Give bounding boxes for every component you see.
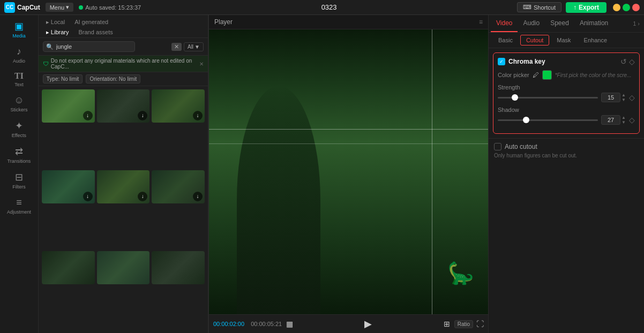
video-dino-overlay: 🦕 (447, 261, 474, 286)
play-button[interactable]: ▶ (363, 317, 373, 331)
tab-video[interactable]: Video (491, 15, 518, 32)
nav-ai-label: AI generated (74, 19, 108, 25)
tab-audio[interactable]: Audio (518, 15, 545, 32)
media-thumb-5[interactable]: ↓ (97, 170, 150, 203)
player-grid-button[interactable]: ▦ (285, 319, 294, 329)
chroma-undo-button[interactable]: ↺ (620, 57, 627, 66)
shadow-slider-row: Shadow ▲ ▼ ◇ (498, 107, 635, 125)
all-filter-button[interactable]: All ▼ (184, 42, 204, 51)
sidebar-item-text[interactable]: TI Text (0, 68, 38, 90)
shadow-stepper: ▲ ▼ (621, 116, 626, 125)
ratio-button[interactable]: Ratio (454, 320, 473, 328)
tab-speed-label: Speed (550, 19, 569, 27)
player-video: 🦕 (209, 29, 488, 314)
strength-value[interactable] (601, 93, 620, 102)
auto-cutout-checkbox[interactable] (494, 143, 501, 150)
media-thumb-3[interactable]: ↓ (152, 89, 205, 123)
shortcut-button[interactable]: ⌨ Shortcut (517, 2, 561, 12)
sidebar-item-audio[interactable]: ♪ Audio (0, 43, 38, 67)
shortcut-label: Shortcut (534, 4, 556, 11)
strength-decrement-button[interactable]: ▼ (621, 98, 626, 102)
chroma-key-checkbox[interactable]: ✓ (498, 58, 505, 65)
export-icon: ↑ (573, 4, 576, 11)
shadow-value[interactable] (601, 115, 620, 125)
tab-speed[interactable]: Speed (545, 15, 574, 32)
shadow-slider[interactable] (498, 119, 598, 121)
media-thumb-2[interactable]: ↓ (97, 89, 150, 123)
strength-slider-wrap: ▲ ▼ ◇ (498, 93, 635, 102)
sidebar-item-adjustment[interactable]: ≡ Adjustment (0, 194, 38, 218)
media-thumb-7[interactable] (42, 251, 95, 284)
chroma-diamond-button[interactable]: ◇ (629, 57, 635, 66)
shortcut-icon: ⌨ (523, 4, 531, 11)
color-swatch[interactable] (542, 70, 552, 80)
nav-ai-generated[interactable]: AI generated (70, 17, 113, 27)
download-icon-4[interactable]: ↓ (83, 192, 93, 201)
video-crop-line-v (432, 29, 432, 314)
color-picker-row: Color picker 🖊 *First pick the color of … (498, 70, 635, 80)
eyedropper-icon[interactable]: 🖊 (533, 71, 539, 79)
download-icon-1[interactable]: ↓ (83, 111, 93, 120)
nav-brand-assets[interactable]: Brand assets (74, 27, 117, 37)
top-bar: CC CapCut Menu ▾ Auto saved: 15:23:37 03… (0, 0, 644, 15)
download-icon-2[interactable]: ↓ (138, 111, 147, 120)
nav-local[interactable]: ▸ Local (42, 17, 69, 27)
audio-icon: ♪ (17, 46, 21, 57)
tab-cutout-label: Cutout (526, 37, 543, 43)
strength-keyframe-button[interactable]: ◇ (629, 93, 635, 102)
sidebar-item-media[interactable]: ▣ Media (0, 17, 38, 42)
nav-brand-assets-label: Brand assets (79, 29, 113, 35)
search-clear-button[interactable]: ✕ (171, 43, 182, 51)
auto-cutout-section: Auto cutout Only human figures can be cu… (489, 138, 644, 163)
tab-cutout[interactable]: Cutout (520, 35, 549, 46)
notice-text: Do not export any original materials whi… (51, 58, 197, 70)
close-button[interactable] (632, 4, 640, 11)
shadow-increment-button[interactable]: ▲ (621, 116, 626, 120)
effects-icon: ✦ (15, 120, 23, 132)
orientation-filter-select[interactable]: Orientation: No limit (86, 74, 140, 84)
shadow-decrement-button[interactable]: ▼ (621, 120, 626, 125)
download-icon-3[interactable]: ↓ (193, 111, 203, 120)
export-button[interactable]: ↑ Export (566, 2, 606, 13)
media-thumb-8[interactable] (97, 251, 150, 284)
sidebar-item-stickers[interactable]: ☺ Stickers (0, 92, 38, 116)
sidebar-item-filters[interactable]: ⊟ Filters (0, 168, 38, 193)
type-filter-select[interactable]: Type: No limit (43, 74, 83, 84)
media-thumb-6[interactable]: ↓ (152, 170, 205, 203)
fit-button[interactable]: ⊞ (443, 319, 451, 329)
player-header: Player ≡ (209, 15, 488, 29)
search-input[interactable] (43, 41, 135, 52)
auto-cutout-header: Auto cutout (494, 143, 639, 150)
player-menu-icon[interactable]: ≡ (479, 18, 483, 26)
sidebar-audio-label: Audio (13, 58, 25, 64)
tab-more[interactable]: 1 › (631, 16, 642, 31)
sidebar-item-effects[interactable]: ✦ Effects (0, 117, 38, 141)
minimize-button[interactable] (613, 4, 620, 11)
search-bar: 🔍 ✕ All ▼ (39, 38, 208, 56)
sidebar-item-transitions[interactable]: ⇄ Transitions (0, 142, 38, 167)
tab-enhance[interactable]: Enhance (579, 35, 612, 45)
auto-saved-indicator: Auto saved: 15:23:37 (79, 4, 141, 11)
fullscreen-button[interactable]: ⛶ (476, 320, 484, 328)
download-icon-6[interactable]: ↓ (193, 192, 203, 201)
nav-library[interactable]: ▸ Library (42, 27, 73, 37)
media-thumb-4[interactable]: ↓ (42, 170, 95, 203)
content-panel: ▸ Local AI generated ▸ Library Brand ass… (39, 15, 208, 333)
strength-slider[interactable] (498, 97, 598, 99)
ratio-label: Ratio (458, 321, 470, 327)
media-thumb-1[interactable]: ↓ (42, 89, 95, 123)
tab-animation[interactable]: Animation (574, 15, 613, 32)
notice-close-button[interactable]: ✕ (199, 61, 204, 67)
app-name: CapCut (17, 4, 40, 11)
tab-basic[interactable]: Basic (493, 35, 518, 45)
maximize-button[interactable] (623, 4, 630, 11)
main-body: ▣ Media ♪ Audio TI Text ☺ Stickers ✦ Eff… (0, 15, 644, 333)
download-icon-5[interactable]: ↓ (138, 192, 147, 201)
shadow-keyframe-button[interactable]: ◇ (629, 116, 635, 124)
shadow-slider-wrap: ▲ ▼ ◇ (498, 115, 635, 125)
menu-button[interactable]: Menu ▾ (46, 3, 74, 12)
sidebar-media-label: Media (12, 33, 26, 39)
media-thumb-9[interactable] (152, 251, 205, 284)
strength-increment-button[interactable]: ▲ (621, 93, 626, 97)
tab-mask[interactable]: Mask (551, 35, 576, 45)
